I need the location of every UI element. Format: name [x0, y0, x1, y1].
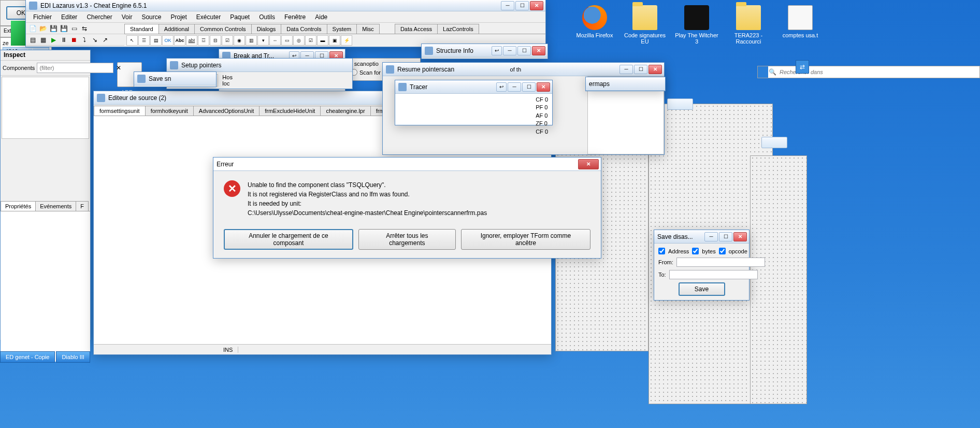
- palette-groupbox-icon[interactable]: ▭: [281, 35, 293, 46]
- tab-proprietes[interactable]: Propriétés: [1, 201, 36, 211]
- maximize-button[interactable]: ☐: [522, 82, 536, 92]
- new-unit-icon[interactable]: 📄: [28, 24, 37, 33]
- palette-tab-data[interactable]: Data Controls: [281, 24, 327, 34]
- error-titlebar[interactable]: Erreur ✕: [213, 158, 601, 171]
- component-tree[interactable]: [2, 77, 89, 139]
- task-ed-genet[interactable]: ED genet - Copie: [0, 351, 55, 363]
- filter-clear-icon[interactable]: ✕: [116, 63, 122, 73]
- palette-scrollbar-icon[interactable]: ↔: [269, 35, 281, 46]
- palette-tab-system[interactable]: System: [327, 24, 357, 34]
- step-into-icon[interactable]: ↘: [90, 35, 99, 45]
- units-icon[interactable]: ▤: [28, 35, 37, 45]
- close-button[interactable]: ✕: [648, 65, 662, 74]
- close-button[interactable]: ✕: [578, 159, 599, 169]
- menu-executer[interactable]: Exécuter: [192, 12, 225, 22]
- step-out-icon[interactable]: ↗: [100, 35, 110, 45]
- stop-all-loads-button[interactable]: Arrêter tous les chargements: [358, 229, 456, 250]
- tab-evenements[interactable]: Evénements: [35, 201, 76, 211]
- components-filter-input[interactable]: [37, 63, 113, 73]
- palette-tab-common[interactable]: Common Controls: [194, 24, 252, 34]
- forms-icon[interactable]: ▦: [38, 35, 48, 45]
- palette-action-icon[interactable]: ⚡: [341, 35, 352, 46]
- minimize-button[interactable]: ─: [508, 82, 521, 92]
- palette-memo-icon[interactable]: ☲: [198, 35, 209, 46]
- step-over-icon[interactable]: ⤵: [80, 35, 89, 45]
- tab-cheatengine-lpr[interactable]: cheatengine.lpr: [320, 106, 370, 116]
- palette-checkbox-icon[interactable]: ☑: [222, 35, 233, 46]
- close-button-fragment-2[interactable]: [761, 137, 787, 148]
- editor-arrow-left[interactable]: ↩: [492, 46, 502, 55]
- menu-fichier[interactable]: Fichier: [29, 12, 56, 22]
- tab-formsettingsunit[interactable]: formsettingsunit: [94, 106, 146, 116]
- stop-icon[interactable]: ⏹: [69, 35, 79, 45]
- palette-tab-dialogs[interactable]: Dialogs: [251, 24, 282, 34]
- pause-icon[interactable]: ⏸: [59, 35, 68, 45]
- close-button[interactable]: ✕: [733, 232, 747, 241]
- palette-tab-lazcontrols[interactable]: LazControls: [437, 24, 479, 34]
- tab-formhotkeyunit[interactable]: formhotkeyunit: [145, 106, 194, 116]
- tab-f[interactable]: F: [76, 201, 89, 211]
- ide-titlebar[interactable]: EDI Lazarus v1.3 - Cheat Engine 6.5.1 ─ …: [26, 0, 545, 11]
- menu-editer[interactable]: Editer: [57, 12, 81, 22]
- palette-mainmenu-icon[interactable]: ☰: [138, 35, 150, 46]
- maximize-button[interactable]: ☐: [517, 46, 531, 55]
- palette-checkgroup-icon[interactable]: ☑: [305, 35, 316, 46]
- palette-popupmenu-icon[interactable]: ▤: [150, 35, 162, 46]
- from-input[interactable]: [676, 258, 765, 267]
- minimize-button[interactable]: ─: [503, 46, 516, 55]
- save-button[interactable]: Save: [679, 282, 725, 296]
- ignore-use-tform-button[interactable]: Ignorer, employer TForm comme ancêtre: [461, 229, 590, 250]
- menu-paquet[interactable]: Paquet: [226, 12, 254, 22]
- close-button[interactable]: ✕: [530, 1, 543, 10]
- run-icon[interactable]: ▶: [49, 35, 58, 45]
- tracer-body[interactable]: CF 0 PF 0 AF 0 ZF 0 CF 0: [395, 94, 552, 125]
- desktop-icon-witcher[interactable]: Play The Witcher 3: [673, 5, 720, 45]
- minimize-button[interactable]: ─: [619, 65, 633, 74]
- menu-outils[interactable]: Outils: [255, 12, 279, 22]
- menu-aide[interactable]: Aide: [311, 12, 332, 22]
- desktop-icon-codesig[interactable]: Code signatures EU: [622, 5, 668, 45]
- close-button[interactable]: ✕: [532, 46, 545, 55]
- maximize-button[interactable]: ☐: [515, 1, 529, 10]
- desktop-icon-firefox[interactable]: Mozilla Firefox: [571, 5, 618, 38]
- palette-cursor-icon[interactable]: ↖: [126, 35, 138, 46]
- palette-toggle-icon[interactable]: ⊟: [210, 35, 221, 46]
- close-button-fragment-1[interactable]: [667, 98, 693, 110]
- opcode-checkbox[interactable]: [719, 248, 726, 254]
- palette-tab-misc[interactable]: Misc: [356, 24, 380, 34]
- maximize-button[interactable]: ☐: [634, 65, 647, 74]
- save-icon[interactable]: 💾: [49, 24, 58, 33]
- minimize-button[interactable]: ─: [501, 1, 514, 10]
- address-checkbox[interactable]: [658, 248, 665, 254]
- menu-chercher[interactable]: Chercher: [82, 12, 116, 22]
- palette-panel-icon[interactable]: ▬: [317, 35, 328, 46]
- to-input[interactable]: [669, 270, 758, 279]
- palette-combobox-icon[interactable]: ▾: [257, 35, 269, 46]
- new-form-icon[interactable]: ▭: [69, 24, 79, 33]
- palette-frame-icon[interactable]: ▣: [329, 35, 340, 46]
- arrow-button[interactable]: ↩: [496, 82, 507, 92]
- menu-source[interactable]: Source: [137, 12, 165, 22]
- property-grid[interactable]: [1, 211, 90, 362]
- resume-list[interactable]: [587, 87, 664, 154]
- palette-tab-standard[interactable]: Standard: [124, 24, 159, 34]
- palette-label-icon[interactable]: Abc: [174, 35, 185, 46]
- search-dropdown-toggle[interactable]: [758, 66, 768, 78]
- form-designer-area-3[interactable]: [750, 155, 807, 404]
- minimize-button[interactable]: ─: [704, 232, 718, 241]
- bytes-checkbox[interactable]: [692, 248, 699, 254]
- save-all-icon[interactable]: 💾: [59, 24, 68, 33]
- open-icon[interactable]: 📂: [38, 24, 48, 33]
- maximize-button[interactable]: ☐: [719, 232, 732, 241]
- menu-fenetre[interactable]: Fenêtre: [280, 12, 310, 22]
- desktop-icon-tera[interactable]: TERA223 - Raccourci: [725, 5, 772, 45]
- toggle-form-icon[interactable]: ⇆: [80, 24, 89, 33]
- close-button[interactable]: ✕: [537, 82, 550, 92]
- tab-advancedoptions[interactable]: AdvancedOptionsUnit: [193, 106, 260, 116]
- palette-radiogroup-icon[interactable]: ◎: [293, 35, 305, 46]
- desktop-icon-comptes[interactable]: comptes usa.t: [777, 5, 824, 38]
- palette-tab-additional[interactable]: Additional: [158, 24, 195, 34]
- sync-arrows-icon[interactable]: ⇄: [796, 60, 809, 74]
- palette-radio-icon[interactable]: ◉: [234, 35, 245, 46]
- menu-projet[interactable]: Projet: [166, 12, 191, 22]
